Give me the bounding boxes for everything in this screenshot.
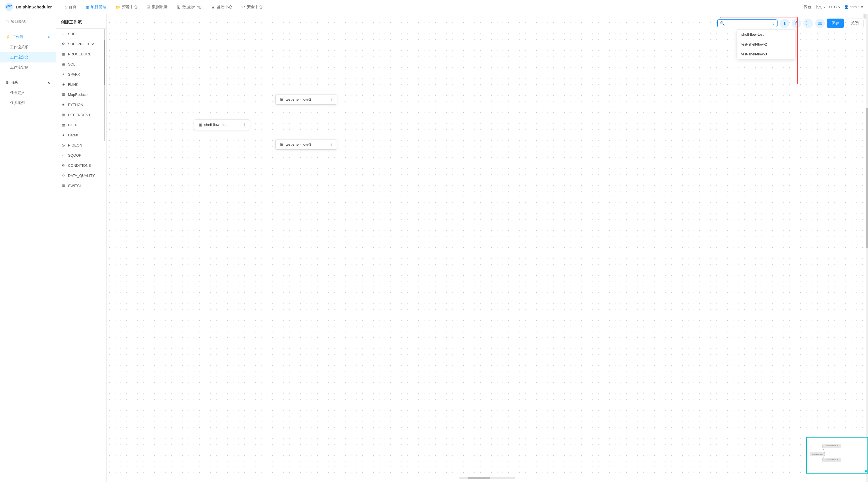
task-dataquality[interactable]: ◇ DATA_QUALITY: [56, 170, 106, 180]
nav-resource[interactable]: 📁 资源中心: [112, 2, 142, 12]
top-nav: DolphinScheduler ⌂ 首页 ▦ 项目管理 📁 资源中心 ☑ 数据…: [0, 0, 868, 14]
task-datax[interactable]: ● DataX: [56, 130, 106, 140]
node-info-icon3[interactable]: ℹ: [331, 142, 332, 146]
task-shell[interactable]: □ SHELL: [56, 29, 106, 39]
sidebar-task-header[interactable]: ⚙ 任务 ∧: [0, 77, 56, 88]
collapse-icon: ∧: [48, 35, 50, 39]
workflow-icon: ⚡: [6, 35, 10, 39]
nav-right: 深色 中文 ∨ UTC ∨ 👤 admin ∨: [804, 4, 864, 9]
task-subitems: 任务定义 任务实例: [0, 88, 56, 108]
workflow-editor: 创建工作流 □ SHELL ⚙ SUB_PROCESS ▦ P: [56, 14, 868, 482]
shield-icon: 🛡: [241, 5, 245, 9]
gear-icon: ⚙: [6, 80, 9, 85]
procedure-icon: ▦: [61, 52, 66, 57]
theme-selector[interactable]: 深色: [804, 4, 811, 9]
task-panel: 创建工作流 □ SHELL ⚙ SUB_PROCESS ▦ P: [56, 14, 107, 482]
app-name: DolphinScheduler: [16, 4, 52, 9]
nav-datasource[interactable]: 🗄 数据源中心: [173, 2, 206, 12]
node-shell-flow-test[interactable]: ▣ shell-flow-test ℹ: [194, 119, 250, 130]
node-info-icon[interactable]: ℹ: [244, 123, 245, 127]
sidebar-item-workflow-relation[interactable]: 工作流关系: [0, 42, 56, 52]
task-dependent[interactable]: ▦ DEPENDENT: [56, 110, 106, 120]
chevron-down-icon3: ∨: [861, 5, 864, 9]
task-mapreduce[interactable]: ▦ MapReduce: [56, 89, 106, 100]
timezone-selector[interactable]: UTC ∨: [829, 5, 841, 9]
delete-button[interactable]: 🗑: [792, 19, 801, 28]
dropdown-item-2[interactable]: test-shell-flow-3: [737, 49, 795, 59]
datax-icon: ●: [61, 133, 66, 138]
search-box: 🔍 ∨: [717, 20, 778, 27]
mini-node-0: test-shell-flow-2: [822, 444, 841, 448]
spark-icon: ✦: [61, 72, 66, 77]
database-icon: 🗄: [177, 5, 181, 9]
mini-map-indicator: [865, 470, 867, 473]
sidebar-section-overview: ⊞ 项目概览: [0, 14, 56, 29]
nav-home[interactable]: ⌂ 首页: [61, 2, 80, 12]
conditions-icon: ⚙: [61, 163, 66, 168]
nav-security[interactable]: 🛡 安全中心: [237, 2, 267, 12]
node-label: shell-flow-test: [204, 123, 226, 127]
task-flink[interactable]: ◈ FLINK: [56, 79, 106, 89]
language-selector[interactable]: 中文 ∨: [815, 4, 826, 9]
svg-point-3: [11, 4, 12, 6]
dependent-icon: ▦: [61, 112, 66, 117]
home-icon: ⌂: [65, 5, 67, 9]
node-test-shell-flow-2[interactable]: ▣ test-shell-flow-2 ℹ: [275, 94, 337, 105]
right-scrollbar[interactable]: [866, 14, 868, 482]
grid-icon: ⊞: [6, 20, 9, 24]
nav-project[interactable]: ▦ 项目管理: [82, 2, 111, 12]
sidebar-item-task-definition[interactable]: 任务定义: [0, 88, 56, 98]
download-button[interactable]: ⬇: [780, 19, 789, 28]
mapreduce-icon: ▦: [61, 92, 66, 97]
close-button[interactable]: 关闭: [846, 19, 864, 28]
task-sqoop[interactable]: ○ SQOOP: [56, 150, 106, 160]
dropdown-item-0[interactable]: shell-flow-test: [737, 30, 795, 39]
right-scrollbar-thumb[interactable]: [866, 108, 868, 248]
format-button[interactable]: ⚖: [815, 19, 825, 28]
task-pigeon[interactable]: ◎ PIGEON: [56, 140, 106, 150]
task-http[interactable]: ▦ HTTP: [56, 120, 106, 130]
node-label2: test-shell-flow-2: [286, 97, 311, 102]
node-label3: test-shell-flow-3: [286, 142, 311, 146]
canvas-scrollbar[interactable]: [459, 477, 516, 479]
task-switch[interactable]: ▦ SWITCH: [56, 180, 106, 191]
node-shell-icon3: ▣: [280, 142, 283, 146]
task-procedure[interactable]: ▦ PROCEDURE: [56, 49, 106, 59]
svg-point-1: [6, 6, 8, 8]
logo-icon: [4, 3, 13, 11]
task-spark[interactable]: ✦ SPARK: [56, 69, 106, 79]
logo-area: DolphinScheduler: [4, 3, 61, 11]
workflow-subitems: 工作流关系 工作流定义 工作流实例: [0, 42, 56, 73]
search-dropdown: shell-flow-test test-shell-flow-2 test-s…: [737, 29, 796, 59]
sidebar-item-task-instance[interactable]: 任务实例: [0, 98, 56, 108]
sidebar-workflow-header[interactable]: ⚡ 工作流 ∧: [0, 31, 56, 42]
monitor-icon: 🖥: [211, 5, 215, 9]
nav-monitor[interactable]: 🖥 监控中心: [207, 2, 236, 12]
task-subprocess[interactable]: ⚙ SUB_PROCESS: [56, 39, 106, 49]
chevron-down-icon: ∨: [823, 5, 826, 9]
task-python[interactable]: ◈ PYTHON: [56, 100, 106, 110]
search-input[interactable]: [726, 21, 771, 26]
node-info-icon2[interactable]: ℹ: [331, 97, 332, 102]
mini-node-1: shell-flow-test: [810, 452, 825, 456]
flink-icon: ◈: [61, 82, 66, 87]
canvas-area[interactable]: 🔍 ∨ ⬇ 🗑 ⛶ ⚖ 保存 关闭 shell-flow-test test-s…: [107, 14, 868, 482]
search-icon: 🔍: [720, 21, 725, 26]
pigeon-icon: ◎: [61, 143, 66, 148]
subprocess-icon: ⚙: [61, 41, 66, 47]
canvas-background: [107, 14, 868, 482]
sidebar-item-workflow-instance[interactable]: 工作流实例: [0, 62, 56, 73]
node-test-shell-flow-3[interactable]: ▣ test-shell-flow-3 ℹ: [275, 139, 337, 150]
chevron-down-icon4[interactable]: ∨: [772, 21, 775, 26]
dropdown-item-1[interactable]: test-shell-flow-2: [737, 39, 795, 49]
sqoop-icon: ○: [61, 153, 66, 158]
user-menu[interactable]: 👤 admin ∨: [844, 5, 864, 9]
canvas-scrollbar-thumb[interactable]: [468, 477, 490, 479]
task-sql[interactable]: ▦ SQL: [56, 59, 106, 69]
sidebar-item-overview[interactable]: ⊞ 项目概览: [0, 16, 56, 27]
task-conditions[interactable]: ⚙ CONDITIONS: [56, 160, 106, 170]
sidebar-item-workflow-definition[interactable]: 工作流定义: [0, 52, 56, 62]
fullscreen-button[interactable]: ⛶: [803, 19, 813, 28]
nav-quality[interactable]: ☑ 数据质量: [143, 2, 172, 12]
save-button[interactable]: 保存: [827, 19, 844, 28]
